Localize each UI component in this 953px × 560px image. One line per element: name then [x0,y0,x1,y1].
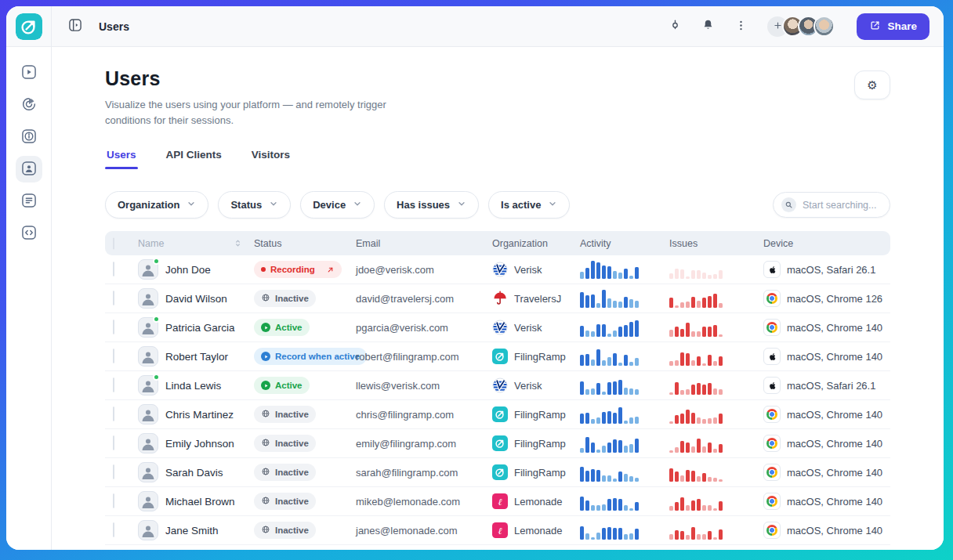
activity-cell [580,347,669,366]
tab-users[interactable]: Users [105,146,138,169]
table-row[interactable]: Patricia Garcia Active pgarcia@verisk.co… [105,313,890,342]
share-button[interactable]: Share [857,13,929,40]
status-label: Active [275,381,303,390]
issues-cell [669,405,763,424]
user-avatar [138,462,158,482]
issues-sparkline [669,260,763,279]
activity-sparkline [580,434,669,453]
table-row[interactable]: Michael Brown Inactive mikeb@lemonade.co… [105,487,890,516]
avatar[interactable] [813,16,835,37]
sidebar-item-replays[interactable] [16,60,42,86]
filter-bar: Organization Status Device Has issues Is… [105,191,890,219]
filter-has-issues[interactable]: Has issues [384,191,479,219]
status-badge: Inactive [254,522,316,539]
activity-cell [580,289,669,308]
settings-button[interactable]: ⚙ [854,70,890,99]
team-avatars [767,16,835,37]
row-checkbox[interactable] [113,435,114,450]
table-row[interactable]: Linda Lewis Active llewis@verisk.com Ver… [105,371,890,400]
sidebar-item-insights[interactable] [16,92,42,118]
column-header-organization: Organization [492,238,580,249]
chrome-icon [763,464,781,481]
device-cell: macOS, Chrome 140 [763,319,890,336]
row-checkbox[interactable] [113,320,114,334]
tab-visitors[interactable]: Visitors [250,146,292,169]
organization-cell: Verisk [492,320,580,335]
filter-organization[interactable]: Organization [105,191,208,219]
issues-cell [669,376,763,395]
svg-text:ℓ: ℓ [498,497,502,508]
activity-cell [580,376,669,395]
name-cell: David Wilson [138,288,254,309]
device-label: macOS, Safari 26.1 [787,380,875,392]
organization-name: Lemonade [514,525,562,537]
table-row[interactable]: Emily Johnson Inactive emily@filingramp.… [105,429,890,458]
issues-cell [669,492,763,511]
search-input[interactable] [803,200,882,211]
chrome-icon [763,522,781,539]
apple-icon [763,261,781,278]
sidebar-toggle-button[interactable] [64,16,86,38]
filter-pills: Organization Status Device Has issues Is… [105,191,570,219]
row-checkbox[interactable] [113,349,114,363]
sidebar-item-code[interactable] [16,220,42,247]
search-icon [781,197,796,212]
notifications-button[interactable] [697,16,719,38]
device-cell: macOS, Safari 26.1 [763,261,890,278]
sidebar-item-notes[interactable] [16,188,42,215]
name-cell: Michael Brown [138,491,254,511]
filingramp-logo-icon [492,435,508,451]
row-checkbox[interactable] [113,262,114,276]
row-checkbox[interactable] [113,493,114,508]
more-options-button[interactable] [730,16,752,38]
column-header-device: Device [763,238,890,249]
name-cell: Jane Smith [138,520,254,540]
sort-icon[interactable] [233,238,243,248]
activity-cell [580,463,669,482]
organization-name: Lemonade [514,496,562,508]
status-label: Inactive [275,497,309,506]
table-row[interactable]: Chris Martinez Inactive chris@filingramp… [105,400,890,429]
table-row[interactable]: John Doe Recording jdoe@verisk.com Veris… [105,255,890,284]
filter-status[interactable]: Status [218,191,291,219]
table-row[interactable]: Jane Smith Inactive janes@lemonade.com ℓ… [105,516,890,545]
row-checkbox[interactable] [113,464,114,479]
device-cell: macOS, Chrome 140 [763,435,890,452]
chrome-icon [763,290,781,307]
table-row[interactable]: Robert Taylor Record when active robert@… [105,342,890,371]
column-header-activity: Activity [580,238,669,249]
organization-cell: Verisk [492,262,580,277]
name-cell: Chris Martinez [138,404,254,425]
row-checkbox[interactable] [113,291,114,305]
gear-icon: ⚙ [867,78,877,92]
table-row[interactable]: Sarah Davis Inactive sarah@filingramp.co… [105,458,890,487]
table-row[interactable]: David Wilson Inactive david@travelersj.c… [105,284,890,313]
app-window: Users [6,6,944,550]
column-header-name: Name [138,238,254,249]
row-checkbox[interactable] [113,406,114,421]
play-icon [261,352,270,361]
lemonade-logo-icon: ℓ [492,493,508,509]
activity-sparkline [580,260,669,279]
device-cell: macOS, Chrome 140 [763,493,890,510]
filter-device[interactable]: Device [300,191,375,219]
select-all-checkbox[interactable] [113,237,114,250]
name-cell: Sarah Davis [138,462,254,482]
open-session-icon[interactable] [326,266,335,274]
user-avatar [138,520,158,540]
app-logo-icon[interactable] [16,13,42,40]
row-checkbox[interactable] [113,522,114,537]
organization-name: FilingRamp [514,467,566,479]
name-cell: Linda Lewis [138,375,254,396]
sidebar-item-users[interactable] [16,156,42,182]
commit-status-button[interactable] [664,16,686,38]
tab-api-clients[interactable]: API Clients [165,146,223,169]
row-checkbox[interactable] [113,378,114,392]
sidebar-item-info[interactable] [16,124,42,150]
search-box[interactable] [773,192,890,218]
filter-is-active[interactable]: Is active [488,191,570,219]
organization-cell: FilingRamp [492,435,580,451]
globe-icon [261,293,270,304]
user-name: Emily Johnson [165,438,234,450]
user-name: Patricia Garcia [165,322,235,334]
